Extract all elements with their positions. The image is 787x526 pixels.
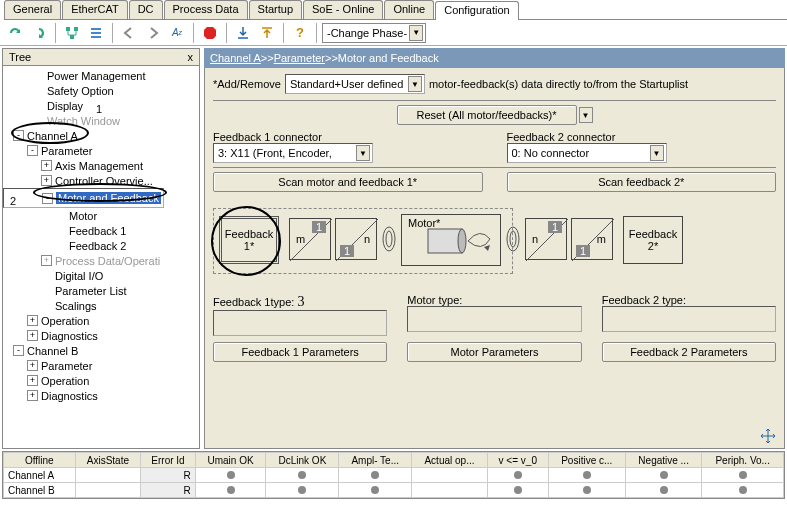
tree-item[interactable]: +Process Data/Operati xyxy=(3,253,199,268)
coupling-icon xyxy=(505,224,521,254)
status-col[interactable]: Ampl- Te... xyxy=(339,453,412,468)
tree-item[interactable]: +Controller Overvie... xyxy=(3,173,199,188)
tree-item[interactable]: Power Management xyxy=(3,68,199,83)
phase-select[interactable]: -Change Phase- ▼ xyxy=(322,23,426,43)
tab-general[interactable]: General xyxy=(4,0,61,19)
expand-icon[interactable]: + xyxy=(27,330,38,341)
tree-label: Parameter xyxy=(41,360,92,372)
status-col[interactable]: DcLink OK xyxy=(266,453,339,468)
tree-item[interactable]: Scalings xyxy=(3,298,199,313)
tree-item[interactable]: Feedback 1 xyxy=(3,223,199,238)
status-col[interactable]: Offline xyxy=(4,453,76,468)
tree-item[interactable]: +Parameter xyxy=(3,358,199,373)
tab-ethercat[interactable]: EtherCAT xyxy=(62,0,127,19)
tree-item[interactable]: Motor xyxy=(3,208,199,223)
svg-rect-0 xyxy=(66,27,70,31)
tree-item[interactable]: Safety Option xyxy=(3,83,199,98)
status-col[interactable]: Umain OK xyxy=(195,453,266,468)
status-col[interactable]: Actual op... xyxy=(412,453,488,468)
expand-icon[interactable]: + xyxy=(27,390,38,401)
fb2-conn-select[interactable]: 0: No connector ▼ xyxy=(507,143,667,163)
status-col[interactable]: Positive c... xyxy=(548,453,625,468)
tab-soe-online[interactable]: SoE - Online xyxy=(303,0,383,19)
bc-parameter[interactable]: Parameter xyxy=(274,52,325,64)
dropdown-icon[interactable]: ▼ xyxy=(408,76,422,92)
sort-icon[interactable]: Az xyxy=(166,22,188,44)
refresh-icon[interactable] xyxy=(4,22,26,44)
download-icon[interactable] xyxy=(232,22,254,44)
expand-icon[interactable]: + xyxy=(27,360,38,371)
tree-item[interactable]: +Operation xyxy=(3,313,199,328)
upload-icon[interactable] xyxy=(256,22,278,44)
ratio4-box[interactable]: m 1 xyxy=(571,218,613,260)
fb2-box[interactable]: Feedback 2* xyxy=(623,216,683,264)
expand-icon[interactable]: + xyxy=(41,160,52,171)
tree-item[interactable]: +Diagnostics xyxy=(3,328,199,343)
help-icon[interactable]: ? xyxy=(289,22,311,44)
expand-icon[interactable]: - xyxy=(13,345,24,356)
expand-icon[interactable]: + xyxy=(41,175,52,186)
list-icon[interactable] xyxy=(85,22,107,44)
tree-label: Controller Overvie... xyxy=(55,175,153,187)
tab-configuration[interactable]: Configuration xyxy=(435,1,518,20)
ratio3-box[interactable]: 1 n xyxy=(525,218,567,260)
back-icon[interactable] xyxy=(118,22,140,44)
status-col[interactable]: v <= v_0 xyxy=(487,453,548,468)
dropdown-icon[interactable]: ▼ xyxy=(356,145,370,161)
tab-dc[interactable]: DC xyxy=(129,0,163,19)
tree-item[interactable]: Display xyxy=(3,98,199,113)
tree-item[interactable]: -Motor and Feedback xyxy=(3,188,164,208)
addremove-select[interactable]: Standard+User defined ▼ xyxy=(285,74,425,94)
tree-item[interactable]: Watch Window xyxy=(3,113,199,128)
fb1-params-button[interactable]: Feedback 1 Parameters xyxy=(213,342,387,362)
svg-rect-2 xyxy=(70,35,74,39)
fb2-params-button[interactable]: Feedback 2 Parameters xyxy=(602,342,776,362)
dropdown-icon[interactable]: ▼ xyxy=(409,25,423,41)
expand-icon[interactable]: + xyxy=(41,255,52,266)
expand-icon[interactable]: + xyxy=(27,375,38,386)
reset-button[interactable]: Reset (All motor/feedbacks)* xyxy=(397,105,577,125)
reset-dropdown-icon[interactable]: ▼ xyxy=(579,107,593,123)
bc-channel[interactable]: Channel A xyxy=(210,52,261,64)
tab-startup[interactable]: Startup xyxy=(249,0,302,19)
tree-item[interactable]: +Axis Management xyxy=(3,158,199,173)
tree-item[interactable]: -Channel A xyxy=(3,128,199,143)
tree-icon[interactable] xyxy=(61,22,83,44)
status-col[interactable]: Periph. Vo... xyxy=(702,453,784,468)
tree-label: Safety Option xyxy=(47,85,114,97)
tree-item[interactable]: -Channel B xyxy=(3,343,199,358)
tree-close-icon[interactable]: x xyxy=(188,51,194,63)
status-col[interactable]: Negative ... xyxy=(625,453,702,468)
scan1-button[interactable]: Scan motor and feedback 1* xyxy=(213,172,483,192)
status-col[interactable]: AxisState xyxy=(75,453,141,468)
fb1-box[interactable]: Feedback 1* xyxy=(219,216,279,264)
motor-params-button[interactable]: Motor Parameters xyxy=(407,342,581,362)
expand-icon[interactable]: + xyxy=(27,315,38,326)
ratio2-box[interactable]: n 1 xyxy=(335,218,377,260)
stop-icon[interactable] xyxy=(199,22,221,44)
move-icon[interactable] xyxy=(760,428,776,444)
tree-item[interactable]: -Parameter xyxy=(3,143,199,158)
tab-process-data[interactable]: Process Data xyxy=(164,0,248,19)
tree-label: Diagnostics xyxy=(41,330,98,342)
status-col[interactable]: Error Id xyxy=(141,453,195,468)
tree-item[interactable]: +Operation xyxy=(3,373,199,388)
motor-type-field xyxy=(407,306,581,332)
refresh-all-icon[interactable] xyxy=(28,22,50,44)
tree-item[interactable]: Feedback 2 xyxy=(3,238,199,253)
expand-icon[interactable]: - xyxy=(13,130,24,141)
motor-box[interactable]: Motor* xyxy=(401,214,501,266)
fb1-conn-select[interactable]: 3: X11 (Front, Encoder, ▼ xyxy=(213,143,373,163)
tab-online[interactable]: Online xyxy=(384,0,434,19)
tree-item[interactable]: +Diagnostics xyxy=(3,388,199,403)
tree-body: Power ManagementSafety OptionDisplayWatc… xyxy=(3,66,199,448)
expand-icon[interactable]: - xyxy=(42,193,53,204)
tree-item[interactable]: Digital I/O xyxy=(3,268,199,283)
forward-icon[interactable] xyxy=(142,22,164,44)
ratio1-box[interactable]: 1 m xyxy=(289,218,331,260)
tree-item[interactable]: Parameter List xyxy=(3,283,199,298)
expand-icon[interactable]: - xyxy=(27,145,38,156)
scan2-button[interactable]: Scan feedback 2* xyxy=(507,172,777,192)
dropdown-icon[interactable]: ▼ xyxy=(650,145,664,161)
fb1-box-label: Feedback 1* xyxy=(222,228,276,252)
